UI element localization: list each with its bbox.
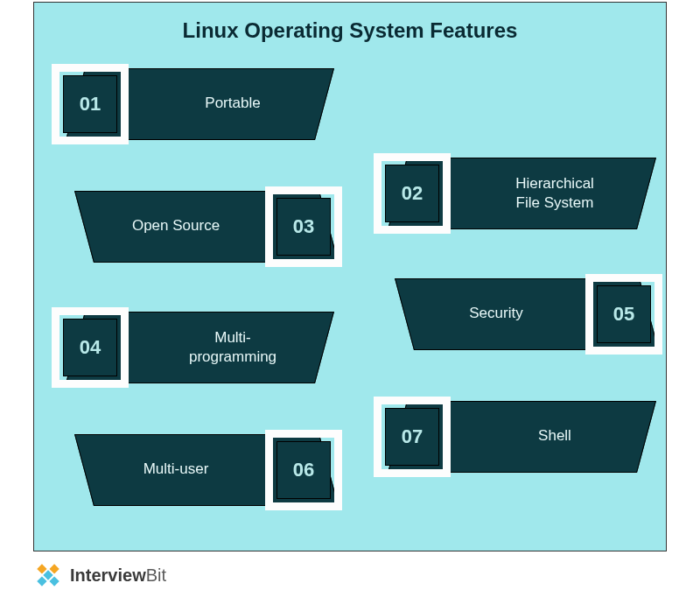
brand-name-part2: Bit bbox=[146, 565, 166, 585]
diagram-title: Linux Operating System Features bbox=[34, 18, 666, 43]
feature-number-frame bbox=[585, 274, 662, 355]
svg-rect-4 bbox=[37, 576, 46, 586]
feature-item-multi-user: 06 Multi-user bbox=[62, 430, 351, 510]
feature-label: Multi-programming bbox=[158, 328, 307, 367]
svg-rect-3 bbox=[49, 576, 59, 586]
feature-item-open-source: 03 Open Source bbox=[62, 186, 351, 267]
feature-number-frame bbox=[374, 153, 451, 234]
brand-name: InterviewBit bbox=[70, 565, 166, 586]
feature-number-frame bbox=[52, 307, 129, 388]
feature-label: Shell bbox=[489, 426, 620, 446]
feature-label: Open Source bbox=[106, 216, 246, 235]
feature-item-portable: 01 Portable bbox=[45, 64, 342, 144]
feature-item-security: 05 Security bbox=[382, 274, 671, 355]
feature-label: Security bbox=[426, 304, 566, 323]
feature-number-frame bbox=[265, 430, 342, 510]
feature-item-shell: 07 Shell bbox=[367, 397, 664, 477]
feature-number-frame bbox=[52, 64, 129, 144]
feature-label: Portable bbox=[167, 94, 298, 113]
feature-number-frame bbox=[265, 186, 342, 267]
brand-name-part1: Interview bbox=[70, 565, 146, 585]
footer-brand: InterviewBit bbox=[33, 560, 166, 590]
feature-item-hierarchical-file-system: 02 HierarchicalFile System bbox=[367, 153, 664, 234]
svg-rect-1 bbox=[37, 564, 46, 573]
diagram-canvas: Linux Operating System Features 01 Porta… bbox=[33, 2, 667, 551]
brand-logo-icon bbox=[33, 560, 63, 590]
feature-number-frame bbox=[374, 397, 451, 477]
feature-item-multi-programming: 04 Multi-programming bbox=[45, 307, 342, 388]
feature-label: HierarchicalFile System bbox=[480, 174, 629, 213]
svg-rect-0 bbox=[49, 564, 59, 573]
feature-label: Multi-user bbox=[106, 460, 246, 479]
svg-rect-2 bbox=[43, 570, 52, 579]
